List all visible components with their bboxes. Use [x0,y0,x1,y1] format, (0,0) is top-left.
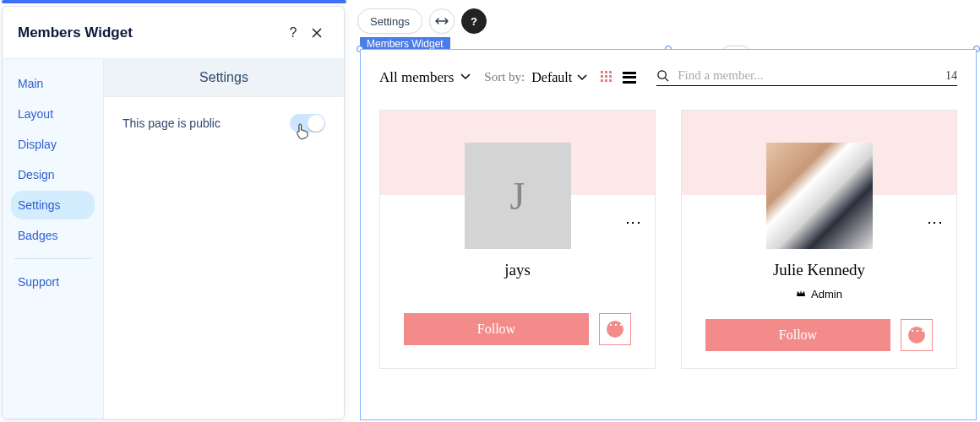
sidebar-separator [14,258,91,259]
search-field[interactable]: 14 [656,68,957,86]
panel-title: Members Widget [18,24,281,41]
sort-dropdown[interactable]: Sort by: Default [484,70,587,85]
sidebar-item-badges[interactable]: Badges [11,221,95,250]
chat-icon [607,321,623,338]
toggle-knob [308,115,324,132]
filter-label: All members [379,69,454,86]
canvas-pill-row: Settings ? [357,8,487,34]
member-name: jays [380,261,655,279]
public-toggle-row: This page is public [122,114,325,133]
settings-pill[interactable]: Settings [357,8,422,34]
content-heading: Settings [104,59,344,97]
stretch-icon[interactable] [429,8,455,34]
list-view-icon[interactable] [623,72,636,84]
panel-content: Settings This page is public [104,59,344,419]
chevron-down-icon [460,71,471,84]
panel-top-accent [2,0,346,3]
sidebar-item-design[interactable]: Design [11,160,95,189]
chat-button[interactable] [599,313,631,345]
sidebar-item-settings[interactable]: Settings [11,191,95,219]
search-icon [656,69,669,82]
sidebar-item-support[interactable]: Support [11,268,95,296]
follow-button[interactable]: Follow [404,313,589,345]
crown-icon [796,289,806,300]
settings-panel: Members Widget ? Main Layout Display Des… [2,6,345,419]
close-icon[interactable] [305,21,329,45]
sidebar-item-display[interactable]: Display [11,130,95,159]
filter-dropdown[interactable]: All members [379,69,471,86]
member-name: Julie Kennedy [682,261,956,279]
widget-toolbar: All members Sort by: Default [361,50,976,86]
panel-header: Members Widget ? [3,7,344,59]
avatar-placeholder: J [465,143,571,249]
chat-button[interactable] [901,319,933,351]
sort-prefix: Sort by: [484,70,525,84]
widget-canvas: All members Sort by: Default [360,49,977,420]
member-card: J ⋮ jays Follow [379,110,656,369]
sidebar-item-main[interactable]: Main [11,69,95,98]
follow-button[interactable]: Follow [705,319,890,351]
role-label: Admin [811,288,842,300]
card-more-icon[interactable]: ⋮ [926,215,945,230]
help-icon[interactable]: ? [281,21,305,45]
chat-icon [908,327,925,344]
chevron-down-icon [577,70,587,84]
sort-value: Default [531,70,572,85]
member-role: Admin [682,288,956,300]
view-toggle [601,71,636,84]
search-input[interactable] [678,68,939,83]
help-pill[interactable]: ? [461,8,487,34]
avatar-photo [766,143,873,249]
public-toggle[interactable] [290,114,325,133]
member-cards: J ⋮ jays Follow ⋮ Julie Kennedy [361,86,976,369]
member-card: ⋮ Julie Kennedy Admin Follow [681,110,957,369]
public-toggle-label: This page is public [122,116,220,130]
svg-point-0 [658,71,666,78]
card-more-icon[interactable]: ⋮ [624,215,643,230]
panel-sidebar: Main Layout Display Design Settings Badg… [3,59,104,419]
grid-view-icon[interactable] [601,71,614,84]
member-count: 14 [939,69,957,83]
sidebar-item-layout[interactable]: Layout [11,100,95,128]
